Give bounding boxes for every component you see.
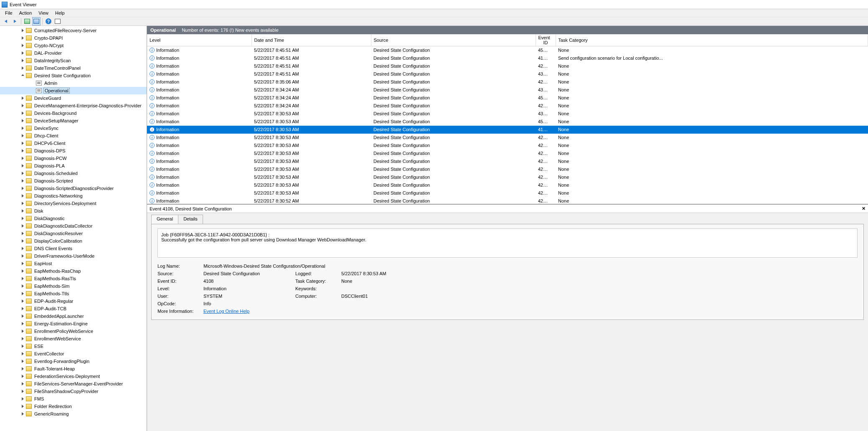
tree-item[interactable]: Energy-Estimation-Engine (0, 320, 147, 327)
tree-item[interactable]: Diagnosis-Scheduled (0, 170, 147, 177)
expand-icon[interactable] (20, 381, 25, 386)
tree-item[interactable]: FederationServices-Deployment (0, 373, 147, 380)
expand-icon[interactable] (20, 411, 25, 416)
tree-item[interactable]: Dhcp-Client (0, 132, 147, 139)
tree-item[interactable]: EapMethods-Ttls (0, 290, 147, 297)
tree-item[interactable]: EDP-Audit-TCB (0, 305, 147, 312)
expand-icon[interactable] (20, 141, 25, 146)
expand-icon[interactable] (20, 284, 25, 289)
tree-item[interactable]: DateTimeControlPanel (0, 64, 147, 72)
view-button[interactable] (53, 17, 62, 25)
tree-item[interactable]: Diagnosis-PCW (0, 155, 147, 162)
menu-action[interactable]: Action (16, 10, 36, 16)
expand-icon[interactable] (20, 261, 25, 266)
expand-icon[interactable] (20, 246, 25, 251)
expand-icon[interactable] (20, 118, 25, 123)
tree-item[interactable]: Crypto-NCrypt (0, 42, 147, 49)
tree-item[interactable]: GenericRoaming (0, 410, 147, 418)
expand-icon[interactable] (20, 359, 25, 364)
tree-item[interactable]: DiskDiagnosticResolver (0, 230, 147, 237)
table-row[interactable]: iInformation5/22/2017 8:34:24 AMDesired … (147, 102, 868, 110)
table-row[interactable]: iInformation5/22/2017 8:30:53 AMDesired … (147, 142, 868, 150)
expand-icon[interactable] (20, 306, 25, 311)
tree-item[interactable]: Diagnosis-ScriptedDiagnosticsProvider (0, 185, 147, 192)
tree-item[interactable]: DisplayColorCalibration (0, 237, 147, 245)
table-row[interactable]: iInformation5/22/2017 8:45:51 AMDesired … (147, 46, 868, 54)
expand-icon[interactable] (20, 366, 25, 371)
tab-details[interactable]: Details (178, 215, 203, 224)
expand-icon[interactable] (20, 276, 25, 281)
table-row[interactable]: iInformation5/22/2017 8:45:51 AMDesired … (147, 54, 868, 62)
tree-pane[interactable]: CorruptedFileRecovery-ServerCrypto-DPAPI… (0, 26, 147, 431)
tree-item[interactable]: Admin (0, 79, 147, 87)
tree-item[interactable]: EDP-Audit-Regular (0, 297, 147, 305)
expand-icon[interactable] (20, 238, 25, 243)
expand-icon[interactable] (20, 396, 25, 401)
expand-icon[interactable] (20, 321, 25, 326)
tree-item[interactable]: DeviceGuard (0, 94, 147, 102)
expand-icon[interactable] (20, 28, 25, 33)
table-row[interactable]: iInformation5/22/2017 8:34:24 AMDesired … (147, 86, 868, 94)
collapse-icon[interactable] (20, 73, 25, 78)
expand-icon[interactable] (20, 171, 25, 176)
tree-item[interactable]: Folder Redirection (0, 403, 147, 410)
forward-button[interactable] (11, 17, 19, 25)
expand-icon[interactable] (20, 329, 25, 334)
tree-item[interactable]: DAL-Provider (0, 49, 147, 57)
back-button[interactable] (2, 17, 10, 25)
close-detail-button[interactable]: ✕ (862, 206, 865, 211)
help-button[interactable]: ? (44, 17, 53, 25)
table-row[interactable]: iInformation5/22/2017 8:30:53 AMDesired … (147, 189, 868, 197)
table-row[interactable]: iInformation5/22/2017 8:34:24 AMDesired … (147, 94, 868, 102)
expand-icon[interactable] (20, 148, 25, 153)
col-datetime[interactable]: Date and Time (251, 34, 371, 46)
col-eventid[interactable]: Event ID (536, 34, 556, 46)
tree-item[interactable]: Fault-Tolerant-Heap (0, 365, 147, 373)
col-taskcat[interactable]: Task Category (556, 34, 868, 46)
expand-icon[interactable] (20, 35, 25, 41)
menu-help[interactable]: Help (52, 10, 68, 16)
expand-icon[interactable] (20, 96, 25, 101)
properties-button[interactable] (32, 17, 41, 25)
expand-icon[interactable] (20, 186, 25, 191)
expand-icon[interactable] (20, 344, 25, 349)
tree-item[interactable]: DiskDiagnosticDataCollector (0, 222, 147, 230)
tree-item[interactable]: Operational (0, 87, 147, 94)
col-source[interactable]: Source (371, 34, 536, 46)
table-row[interactable]: iInformation5/22/2017 8:30:53 AMDesired … (147, 134, 868, 142)
table-row[interactable]: iInformation5/22/2017 8:30:53 AMDesired … (147, 173, 868, 181)
expand-icon[interactable] (20, 299, 25, 304)
tree-item[interactable]: Diagnostics-Networking (0, 192, 147, 200)
tree-item[interactable]: Eventlog-ForwardingPlugin (0, 357, 147, 365)
tree-item[interactable]: EnrollmentPolicyWebService (0, 327, 147, 335)
expand-icon[interactable] (20, 208, 25, 213)
table-row[interactable]: iInformation5/22/2017 8:30:53 AMDesired … (147, 118, 868, 126)
expand-icon[interactable] (20, 374, 25, 379)
tree-item[interactable]: Diagnosis-PLA (0, 162, 147, 170)
table-row[interactable]: iInformation5/22/2017 8:30:53 AMDesired … (147, 150, 868, 157)
tree-item[interactable]: FMS (0, 395, 147, 403)
table-row[interactable]: iInformation5/22/2017 8:30:53 AMDesired … (147, 126, 868, 134)
expand-icon[interactable] (20, 126, 25, 131)
menu-file[interactable]: File (2, 10, 16, 16)
table-row[interactable]: iInformation5/22/2017 8:30:53 AMDesired … (147, 110, 868, 118)
expand-icon[interactable] (20, 156, 25, 161)
tree-item[interactable]: EmbeddedAppLauncher (0, 312, 147, 320)
tree-item[interactable]: DriverFrameworks-UserMode (0, 252, 147, 260)
tree-item[interactable]: FileShareShadowCopyProvider (0, 388, 147, 395)
tree-item[interactable]: EapHost (0, 260, 147, 267)
tree-item[interactable]: EnrollmentWebService (0, 335, 147, 342)
expand-icon[interactable] (20, 193, 25, 198)
tree-item[interactable]: FileServices-ServerManager-EventProvider (0, 380, 147, 388)
tree-item[interactable]: DirectoryServices-Deployment (0, 200, 147, 207)
expand-icon[interactable] (20, 43, 25, 48)
tree-item[interactable]: DHCPv6-Client (0, 139, 147, 147)
tree-item[interactable]: Desired State Configuration (0, 72, 147, 79)
table-row[interactable]: iInformation5/22/2017 8:30:53 AMDesired … (147, 165, 868, 173)
table-row[interactable]: iInformation5/22/2017 8:45:51 AMDesired … (147, 62, 868, 70)
tree-item[interactable]: Diagnosis-Scripted (0, 177, 147, 185)
tree-item[interactable]: Devices-Background (0, 109, 147, 117)
table-row[interactable]: iInformation5/22/2017 8:35:06 AMDesired … (147, 78, 868, 86)
tree-item[interactable]: Diagnosis-DPS (0, 147, 147, 155)
col-level[interactable]: Level (147, 34, 251, 46)
